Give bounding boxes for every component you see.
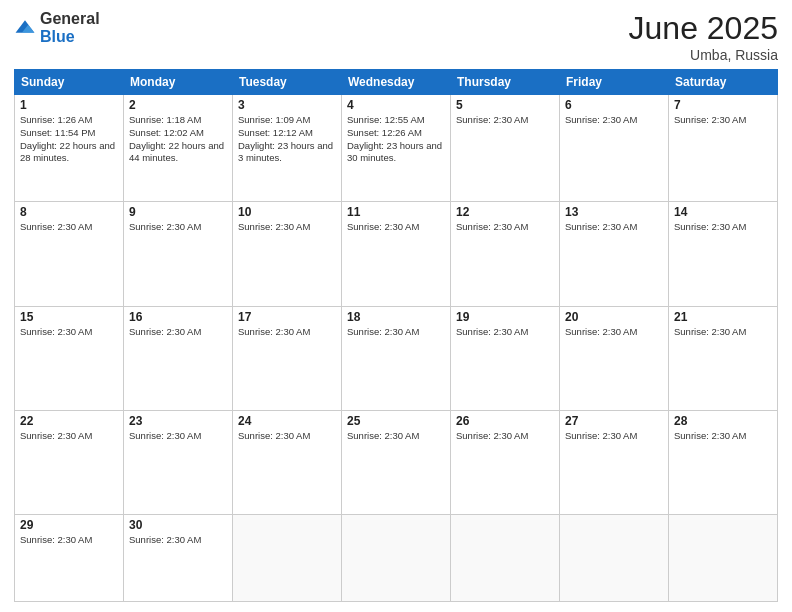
day-number: 16 (129, 310, 227, 324)
table-row (451, 515, 560, 602)
header-wednesday: Wednesday (342, 70, 451, 95)
day-info: Sunrise: 2:30 AM (129, 326, 227, 339)
table-row: 10Sunrise: 2:30 AM (233, 202, 342, 306)
day-number: 20 (565, 310, 663, 324)
day-number: 26 (456, 414, 554, 428)
logo: General Blue (14, 10, 100, 45)
day-info: Sunrise: 2:30 AM (129, 221, 227, 234)
title-section: June 2025 Umba, Russia (629, 10, 778, 63)
day-info: Sunrise: 2:30 AM (674, 114, 772, 127)
table-row: 12Sunrise: 2:30 AM (451, 202, 560, 306)
header-tuesday: Tuesday (233, 70, 342, 95)
table-row: 23Sunrise: 2:30 AM (124, 410, 233, 514)
day-number: 12 (456, 205, 554, 219)
table-row: 27Sunrise: 2:30 AM (560, 410, 669, 514)
header-saturday: Saturday (669, 70, 778, 95)
month-title: June 2025 (629, 10, 778, 47)
table-row: 5Sunrise: 2:30 AM (451, 95, 560, 202)
day-info: Sunrise: 1:09 AM Sunset: 12:12 AM Daylig… (238, 114, 336, 165)
table-row: 20Sunrise: 2:30 AM (560, 306, 669, 410)
day-number: 24 (238, 414, 336, 428)
logo-blue: Blue (40, 28, 100, 46)
table-row: 29Sunrise: 2:30 AM (15, 515, 124, 602)
header-monday: Monday (124, 70, 233, 95)
day-number: 30 (129, 518, 227, 532)
table-row: 25Sunrise: 2:30 AM (342, 410, 451, 514)
table-row: 6Sunrise: 2:30 AM (560, 95, 669, 202)
table-row: 8Sunrise: 2:30 AM (15, 202, 124, 306)
day-number: 23 (129, 414, 227, 428)
table-row: 30Sunrise: 2:30 AM (124, 515, 233, 602)
day-info: Sunrise: 2:30 AM (238, 326, 336, 339)
location-subtitle: Umba, Russia (629, 47, 778, 63)
calendar-week-5: 29Sunrise: 2:30 AM30Sunrise: 2:30 AM (15, 515, 778, 602)
day-info: Sunrise: 2:30 AM (347, 221, 445, 234)
table-row: 4Sunrise: 12:55 AM Sunset: 12:26 AM Dayl… (342, 95, 451, 202)
table-row: 18Sunrise: 2:30 AM (342, 306, 451, 410)
day-number: 1 (20, 98, 118, 112)
day-info: Sunrise: 2:30 AM (238, 221, 336, 234)
day-number: 13 (565, 205, 663, 219)
table-row: 13Sunrise: 2:30 AM (560, 202, 669, 306)
day-number: 9 (129, 205, 227, 219)
day-info: Sunrise: 2:30 AM (565, 430, 663, 443)
day-info: Sunrise: 2:30 AM (20, 221, 118, 234)
calendar-week-3: 15Sunrise: 2:30 AM16Sunrise: 2:30 AM17Su… (15, 306, 778, 410)
day-info: Sunrise: 2:30 AM (674, 326, 772, 339)
day-info: Sunrise: 2:30 AM (238, 430, 336, 443)
day-number: 21 (674, 310, 772, 324)
day-number: 29 (20, 518, 118, 532)
day-number: 28 (674, 414, 772, 428)
weekday-header-row: Sunday Monday Tuesday Wednesday Thursday… (15, 70, 778, 95)
table-row: 24Sunrise: 2:30 AM (233, 410, 342, 514)
table-row (342, 515, 451, 602)
day-number: 14 (674, 205, 772, 219)
day-info: Sunrise: 2:30 AM (456, 430, 554, 443)
table-row: 3Sunrise: 1:09 AM Sunset: 12:12 AM Dayli… (233, 95, 342, 202)
day-number: 8 (20, 205, 118, 219)
day-number: 4 (347, 98, 445, 112)
day-info: Sunrise: 2:30 AM (347, 326, 445, 339)
day-number: 10 (238, 205, 336, 219)
table-row: 14Sunrise: 2:30 AM (669, 202, 778, 306)
day-info: Sunrise: 1:26 AM Sunset: 11:54 PM Daylig… (20, 114, 118, 165)
table-row: 15Sunrise: 2:30 AM (15, 306, 124, 410)
calendar-week-1: 1Sunrise: 1:26 AM Sunset: 11:54 PM Dayli… (15, 95, 778, 202)
day-info: Sunrise: 2:30 AM (129, 534, 227, 547)
day-number: 3 (238, 98, 336, 112)
table-row (560, 515, 669, 602)
table-row: 28Sunrise: 2:30 AM (669, 410, 778, 514)
table-row (233, 515, 342, 602)
day-number: 15 (20, 310, 118, 324)
day-info: Sunrise: 2:30 AM (456, 114, 554, 127)
day-number: 17 (238, 310, 336, 324)
day-info: Sunrise: 2:30 AM (20, 430, 118, 443)
day-number: 2 (129, 98, 227, 112)
header-thursday: Thursday (451, 70, 560, 95)
day-info: Sunrise: 2:30 AM (347, 430, 445, 443)
day-number: 18 (347, 310, 445, 324)
page: General Blue June 2025 Umba, Russia Sund… (0, 0, 792, 612)
table-row: 19Sunrise: 2:30 AM (451, 306, 560, 410)
table-row: 11Sunrise: 2:30 AM (342, 202, 451, 306)
day-info: Sunrise: 2:30 AM (565, 326, 663, 339)
day-info: Sunrise: 2:30 AM (456, 221, 554, 234)
day-number: 22 (20, 414, 118, 428)
table-row: 2Sunrise: 1:18 AM Sunset: 12:02 AM Dayli… (124, 95, 233, 202)
table-row: 9Sunrise: 2:30 AM (124, 202, 233, 306)
logo-icon (14, 17, 36, 39)
calendar-week-4: 22Sunrise: 2:30 AM23Sunrise: 2:30 AM24Su… (15, 410, 778, 514)
logo-general: General (40, 10, 100, 28)
day-info: Sunrise: 2:30 AM (565, 114, 663, 127)
table-row (669, 515, 778, 602)
table-row: 17Sunrise: 2:30 AM (233, 306, 342, 410)
day-info: Sunrise: 2:30 AM (674, 430, 772, 443)
calendar-table: Sunday Monday Tuesday Wednesday Thursday… (14, 69, 778, 602)
day-info: Sunrise: 2:30 AM (565, 221, 663, 234)
table-row: 16Sunrise: 2:30 AM (124, 306, 233, 410)
table-row: 21Sunrise: 2:30 AM (669, 306, 778, 410)
table-row: 7Sunrise: 2:30 AM (669, 95, 778, 202)
table-row: 22Sunrise: 2:30 AM (15, 410, 124, 514)
day-info: Sunrise: 2:30 AM (674, 221, 772, 234)
day-info: Sunrise: 2:30 AM (129, 430, 227, 443)
